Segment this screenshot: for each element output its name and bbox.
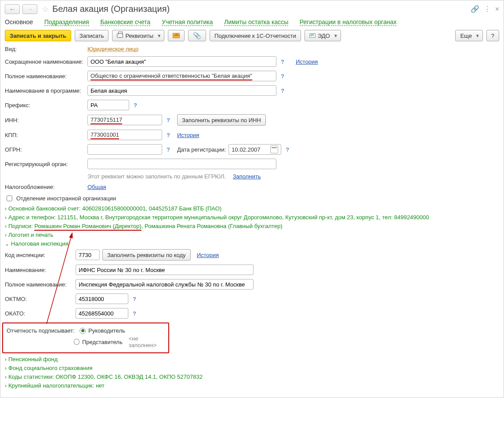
calendar-icon[interactable]	[270, 145, 278, 153]
tab-tax-registrations[interactable]: Регистрации в налоговых органах	[300, 18, 397, 26]
section-fss[interactable]: › Фонд социального страхования	[5, 365, 499, 371]
signatures-prefix: Подписи:	[8, 223, 34, 229]
chevron-down-icon: ▼	[334, 33, 338, 38]
favorite-icon[interactable]: ☆	[42, 4, 49, 14]
mail-button[interactable]	[168, 30, 185, 41]
page-title: Белая акация (Организация)	[52, 4, 170, 14]
section-pension[interactable]: › Пенсионный фонд	[5, 356, 499, 362]
signatures-director: Ромашкин Роман Романович (Директор)	[34, 223, 141, 231]
help-icon[interactable]: ?	[134, 102, 137, 109]
kpp-label: КПП:	[5, 132, 85, 138]
paperclip-icon: 📎	[193, 32, 201, 40]
edo-icon	[309, 33, 315, 38]
oktmo-label: ОКТМО:	[5, 296, 73, 302]
section-bank-account[interactable]: › Основной банковский счет: 406028106158…	[5, 205, 499, 212]
radio-representative[interactable]	[74, 339, 80, 345]
reg-body-input[interactable]	[87, 159, 276, 169]
edo-button[interactable]: ЭДО ▼	[305, 30, 341, 41]
help-icon[interactable]: ?	[167, 132, 170, 138]
save-button[interactable]: Записать	[75, 30, 109, 41]
rep-empty-hint: <не заполнен>	[129, 335, 165, 348]
tab-accounting-policy[interactable]: Учетная политика	[162, 18, 213, 26]
section-stats[interactable]: › Коды статистики: ОКОПФ 12300, ОКФС 16,…	[5, 373, 499, 380]
fill-by-code-button[interactable]: Заполнить реквизиты по коду	[102, 249, 191, 261]
radio-head[interactable]	[80, 328, 86, 334]
ogrn-input[interactable]	[87, 144, 162, 155]
section-signatures[interactable]: › Подписи: Ромашкин Роман Романович (Дир…	[5, 223, 499, 229]
prog-name-input[interactable]	[87, 85, 276, 96]
organization-window: ← → ☆ Белая акация (Организация) 🔗 ⋮ × О…	[0, 0, 504, 398]
link-icon[interactable]: 🔗	[471, 5, 479, 13]
insp-full-input[interactable]	[76, 279, 254, 290]
chevron-right-icon: ›	[5, 232, 7, 238]
prefix-input[interactable]	[87, 100, 129, 110]
help-icon[interactable]: ?	[133, 296, 136, 302]
full-name-value: Общество с ограниченной ответственностью…	[91, 72, 252, 80]
foreign-branch-checkbox[interactable]	[7, 196, 12, 201]
requisites-label: Реквизиты	[125, 33, 153, 39]
tab-subdivisions[interactable]: Подразделения	[44, 18, 89, 26]
radio-head-label: Руководитель	[88, 327, 125, 334]
section-biggest[interactable]: › Крупнейший налогоплательщик: нет	[5, 382, 499, 389]
reg-date-value: 10.02.2007	[232, 146, 260, 153]
tab-bank-accounts[interactable]: Банковские счета	[100, 18, 150, 26]
help-icon[interactable]: ?	[281, 58, 284, 65]
requisites-button[interactable]: Реквизиты ▼	[112, 30, 164, 41]
taxation-link[interactable]: Общая	[87, 184, 106, 190]
chevron-down-icon: ⌄	[5, 241, 9, 247]
tab-cash-limits[interactable]: Лимиты остатка кассы	[224, 18, 288, 26]
chevron-right-icon: ›	[5, 356, 7, 362]
help-icon[interactable]: ?	[281, 87, 284, 94]
help-icon[interactable]: ?	[281, 73, 284, 80]
section-address[interactable]: › Адрес и телефон: 121151, Москва г, Вну…	[5, 214, 499, 221]
close-icon[interactable]: ×	[495, 5, 499, 13]
chevron-right-icon: ›	[5, 374, 7, 380]
insp-name-input[interactable]	[76, 265, 254, 275]
help-icon[interactable]: ?	[167, 117, 170, 123]
insp-name-label: Наименование:	[5, 267, 73, 273]
chevron-right-icon: ›	[5, 365, 7, 371]
help-icon[interactable]: ?	[133, 310, 136, 317]
reg-date-label: Дата регистрации:	[177, 146, 226, 153]
edo-label: ЭДО	[318, 33, 330, 39]
foreign-branch-label: Отделение иностранной организации	[16, 195, 116, 202]
egrul-hint: Этот реквизит можно заполнить по данным …	[87, 173, 226, 180]
kpp-input[interactable]: 773001001	[87, 130, 162, 140]
inn-input[interactable]: 7730715117	[87, 115, 162, 125]
inn-label: ИНН:	[5, 117, 85, 123]
printer-icon	[117, 33, 123, 38]
reg-date-input[interactable]: 10.02.2007	[228, 144, 281, 155]
insp-code-input[interactable]	[76, 250, 100, 260]
connect-1c-button[interactable]: Подключение к 1С-Отчетности	[210, 30, 301, 41]
history-link-code[interactable]: История	[197, 252, 219, 258]
chevron-down-icon: ▼	[157, 33, 161, 38]
egrul-fill-link[interactable]: Заполнить	[233, 173, 261, 180]
kind-label: Вид:	[5, 46, 85, 52]
tab-main[interactable]: Основное	[5, 18, 33, 25]
more-label: Еще	[460, 33, 471, 39]
help-icon[interactable]: ?	[167, 146, 170, 153]
kind-value[interactable]: Юридическое лицо	[87, 46, 138, 52]
history-link-shortname[interactable]: История	[296, 58, 318, 65]
fill-by-inn-button[interactable]: Заполнить реквизиты по ИНН	[177, 114, 266, 126]
kebab-icon[interactable]: ⋮	[484, 5, 491, 13]
short-name-input[interactable]	[87, 56, 276, 67]
section-logo[interactable]: › Логотип и печать	[5, 232, 499, 238]
short-name-label: Сокращенное наименование:	[5, 58, 85, 65]
help-button[interactable]: ?	[486, 30, 499, 41]
section-tax-inspection[interactable]: ⌄ Налоговая инспекция	[5, 240, 499, 247]
envelope-icon	[173, 33, 180, 38]
attach-button[interactable]: 📎	[188, 30, 206, 41]
help-icon[interactable]: ?	[286, 146, 289, 153]
save-close-button[interactable]: Записать и закрыть	[5, 30, 71, 41]
inn-value: 7730715117	[91, 116, 122, 124]
nav-forward-button[interactable]: →	[22, 4, 37, 14]
history-link-kpp[interactable]: История	[177, 132, 199, 138]
chevron-right-icon: ›	[5, 383, 7, 389]
full-name-input[interactable]: Общество с ограниченной ответственностью…	[87, 71, 276, 81]
nav-back-button[interactable]: ←	[5, 4, 20, 14]
chevron-right-icon: ›	[5, 223, 7, 229]
okato-input[interactable]	[76, 308, 128, 319]
more-button[interactable]: Еще ▼	[455, 30, 482, 41]
oktmo-input[interactable]	[76, 294, 128, 304]
